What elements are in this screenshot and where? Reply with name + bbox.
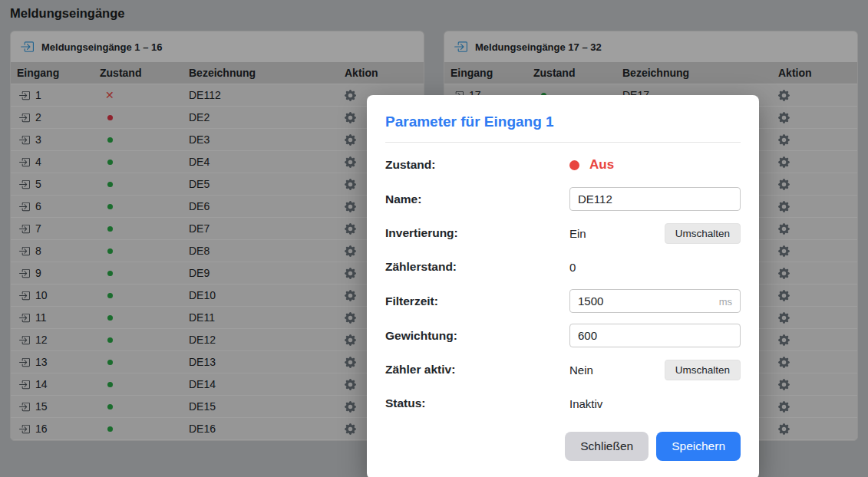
status-text-value: Inaktiv: [569, 397, 602, 410]
field-row-zaehler-aktiv: Zähler aktiv: Nein Umschalten: [385, 358, 741, 381]
field-label: Zähler aktiv:: [385, 363, 569, 377]
field-row-invertierung: Invertierung: Ein Umschalten: [385, 222, 741, 245]
name-input[interactable]: [569, 187, 741, 211]
field-row-zustand: Zustand: Aus: [385, 153, 741, 176]
field-row-gewichtung: Gewichtung:: [385, 324, 741, 347]
field-label: Gewichtung:: [385, 329, 569, 343]
save-button[interactable]: Speichern: [656, 432, 741, 461]
field-label: Zustand:: [385, 158, 569, 172]
invertierung-value: Ein: [569, 227, 586, 240]
zaehler-aktiv-value: Nein: [569, 364, 593, 377]
field-label: Name:: [385, 192, 569, 206]
field-label: Invertierung:: [385, 226, 569, 240]
status-value: Aus: [589, 157, 614, 173]
field-row-status: Status: Inaktiv: [385, 392, 741, 415]
field-row-zaehlerstand: Zählerstand: 0: [385, 255, 741, 278]
field-label: Filterzeit:: [385, 294, 569, 308]
field-row-name: Name:: [385, 187, 741, 211]
dialog-footer: Schließen Speichern: [385, 432, 741, 461]
dialog-title: Parameter für Eingang 1: [385, 113, 741, 130]
red-dot-icon: [569, 160, 579, 170]
filterzeit-input[interactable]: [569, 289, 741, 313]
close-button[interactable]: Schließen: [565, 432, 649, 461]
parameter-dialog: Parameter für Eingang 1 Zustand: Aus Nam…: [367, 95, 759, 477]
field-label: Zählerstand:: [385, 260, 569, 274]
zaehler-aktiv-toggle-button[interactable]: Umschalten: [665, 360, 741, 380]
zaehlerstand-value: 0: [569, 261, 576, 274]
gewichtung-input[interactable]: [569, 324, 741, 347]
divider: [385, 142, 741, 143]
unit-label: ms: [719, 295, 732, 307]
field-label: Status:: [385, 396, 569, 410]
invertierung-toggle-button[interactable]: Umschalten: [665, 223, 741, 244]
field-row-filterzeit: Filterzeit: ms: [385, 289, 741, 313]
